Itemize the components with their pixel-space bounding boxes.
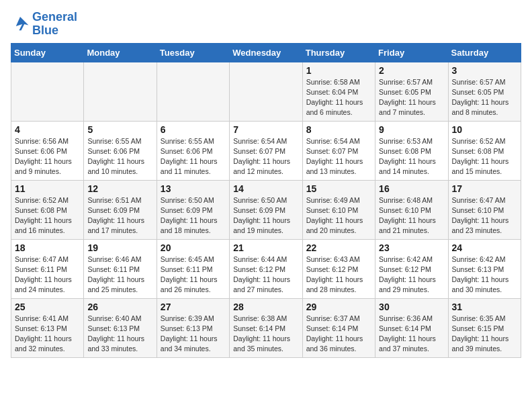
calendar-cell: 17Sunrise: 6:47 AMSunset: 6:10 PMDayligh… bbox=[448, 180, 521, 239]
day-info: Sunrise: 6:58 AMSunset: 6:04 PMDaylight:… bbox=[306, 77, 371, 118]
calendar-cell bbox=[157, 62, 229, 121]
calendar-cell: 11Sunrise: 6:52 AMSunset: 6:08 PMDayligh… bbox=[11, 180, 84, 239]
day-info: Sunrise: 6:52 AMSunset: 6:08 PMDaylight:… bbox=[452, 136, 517, 177]
calendar-cell: 31Sunrise: 6:35 AMSunset: 6:15 PMDayligh… bbox=[448, 298, 521, 357]
day-number: 30 bbox=[379, 302, 444, 312]
calendar-cell bbox=[11, 62, 84, 121]
day-info: Sunrise: 6:42 AMSunset: 6:13 PMDaylight:… bbox=[452, 255, 517, 295]
day-info: Sunrise: 6:45 AMSunset: 6:11 PMDaylight:… bbox=[161, 255, 226, 295]
day-number: 7 bbox=[233, 124, 298, 135]
calendar-cell bbox=[84, 62, 157, 121]
day-number: 18 bbox=[15, 242, 80, 253]
calendar-cell: 28Sunrise: 6:38 AMSunset: 6:14 PMDayligh… bbox=[230, 298, 302, 357]
day-header-wednesday: Wednesday bbox=[230, 43, 302, 62]
day-number: 11 bbox=[15, 183, 80, 194]
calendar-cell: 7Sunrise: 6:54 AMSunset: 6:07 PMDaylight… bbox=[230, 121, 302, 180]
day-info: Sunrise: 6:38 AMSunset: 6:14 PMDaylight:… bbox=[233, 314, 298, 355]
day-info: Sunrise: 6:50 AMSunset: 6:09 PMDaylight:… bbox=[233, 195, 298, 236]
day-info: Sunrise: 6:42 AMSunset: 6:12 PMDaylight:… bbox=[379, 255, 444, 295]
day-info: Sunrise: 6:35 AMSunset: 6:15 PMDaylight:… bbox=[452, 314, 517, 355]
calendar-cell: 24Sunrise: 6:42 AMSunset: 6:13 PMDayligh… bbox=[448, 239, 521, 298]
day-number: 19 bbox=[87, 242, 152, 253]
day-info: Sunrise: 6:57 AMSunset: 6:05 PMDaylight:… bbox=[452, 77, 517, 118]
calendar-cell bbox=[230, 62, 302, 121]
calendar-cell: 3Sunrise: 6:57 AMSunset: 6:05 PMDaylight… bbox=[448, 62, 521, 121]
day-info: Sunrise: 6:52 AMSunset: 6:08 PMDaylight:… bbox=[15, 195, 80, 236]
day-number: 20 bbox=[161, 242, 226, 253]
day-number: 31 bbox=[452, 302, 517, 312]
calendar-cell: 25Sunrise: 6:41 AMSunset: 6:13 PMDayligh… bbox=[11, 298, 84, 357]
calendar-cell: 16Sunrise: 6:48 AMSunset: 6:10 PMDayligh… bbox=[375, 180, 448, 239]
calendar-cell: 22Sunrise: 6:43 AMSunset: 6:12 PMDayligh… bbox=[302, 239, 375, 298]
day-number: 25 bbox=[15, 302, 80, 312]
day-number: 21 bbox=[233, 242, 298, 253]
calendar-cell: 29Sunrise: 6:37 AMSunset: 6:14 PMDayligh… bbox=[302, 298, 375, 357]
day-number: 23 bbox=[379, 242, 444, 253]
day-number: 13 bbox=[161, 183, 226, 194]
day-info: Sunrise: 6:56 AMSunset: 6:06 PMDaylight:… bbox=[15, 136, 80, 177]
day-info: Sunrise: 6:57 AMSunset: 6:05 PMDaylight:… bbox=[379, 77, 444, 118]
day-number: 3 bbox=[452, 65, 517, 76]
day-number: 15 bbox=[306, 183, 371, 194]
logo-icon bbox=[11, 15, 30, 34]
calendar-week-row: 25Sunrise: 6:41 AMSunset: 6:13 PMDayligh… bbox=[11, 298, 521, 357]
calendar-week-row: 4Sunrise: 6:56 AMSunset: 6:06 PMDaylight… bbox=[11, 121, 521, 180]
day-info: Sunrise: 6:44 AMSunset: 6:12 PMDaylight:… bbox=[233, 255, 298, 295]
day-number: 4 bbox=[15, 124, 80, 135]
day-info: Sunrise: 6:55 AMSunset: 6:06 PMDaylight:… bbox=[87, 136, 152, 177]
calendar-cell: 30Sunrise: 6:36 AMSunset: 6:14 PMDayligh… bbox=[375, 298, 448, 357]
day-info: Sunrise: 6:50 AMSunset: 6:09 PMDaylight:… bbox=[161, 195, 226, 236]
day-number: 6 bbox=[161, 124, 226, 135]
calendar-cell: 10Sunrise: 6:52 AMSunset: 6:08 PMDayligh… bbox=[448, 121, 521, 180]
calendar-cell: 14Sunrise: 6:50 AMSunset: 6:09 PMDayligh… bbox=[230, 180, 302, 239]
day-number: 2 bbox=[379, 65, 444, 76]
calendar-cell: 13Sunrise: 6:50 AMSunset: 6:09 PMDayligh… bbox=[157, 180, 229, 239]
day-info: Sunrise: 6:48 AMSunset: 6:10 PMDaylight:… bbox=[379, 195, 444, 236]
calendar-cell: 15Sunrise: 6:49 AMSunset: 6:10 PMDayligh… bbox=[302, 180, 375, 239]
day-number: 10 bbox=[452, 124, 517, 135]
day-number: 8 bbox=[306, 124, 371, 135]
day-number: 9 bbox=[379, 124, 444, 135]
day-header-sunday: Sunday bbox=[11, 43, 84, 62]
calendar-cell: 23Sunrise: 6:42 AMSunset: 6:12 PMDayligh… bbox=[375, 239, 448, 298]
logo: General Blue bbox=[11, 11, 77, 38]
calendar-header-row: SundayMondayTuesdayWednesdayThursdayFrid… bbox=[11, 43, 521, 62]
day-number: 24 bbox=[452, 242, 517, 253]
day-info: Sunrise: 6:43 AMSunset: 6:12 PMDaylight:… bbox=[306, 255, 371, 295]
day-number: 29 bbox=[306, 302, 371, 312]
day-info: Sunrise: 6:41 AMSunset: 6:13 PMDaylight:… bbox=[15, 314, 80, 355]
calendar-cell: 19Sunrise: 6:46 AMSunset: 6:11 PMDayligh… bbox=[84, 239, 157, 298]
day-header-saturday: Saturday bbox=[448, 43, 521, 62]
day-info: Sunrise: 6:39 AMSunset: 6:13 PMDaylight:… bbox=[161, 314, 226, 355]
day-info: Sunrise: 6:37 AMSunset: 6:14 PMDaylight:… bbox=[306, 314, 371, 355]
calendar-cell: 2Sunrise: 6:57 AMSunset: 6:05 PMDaylight… bbox=[375, 62, 448, 121]
day-info: Sunrise: 6:55 AMSunset: 6:06 PMDaylight:… bbox=[161, 136, 226, 177]
day-number: 17 bbox=[452, 183, 517, 194]
day-number: 12 bbox=[87, 183, 152, 194]
calendar-cell: 6Sunrise: 6:55 AMSunset: 6:06 PMDaylight… bbox=[157, 121, 229, 180]
day-number: 22 bbox=[306, 242, 371, 253]
day-info: Sunrise: 6:54 AMSunset: 6:07 PMDaylight:… bbox=[306, 136, 371, 177]
calendar-week-row: 1Sunrise: 6:58 AMSunset: 6:04 PMDaylight… bbox=[11, 62, 521, 121]
calendar-cell: 8Sunrise: 6:54 AMSunset: 6:07 PMDaylight… bbox=[302, 121, 375, 180]
svg-marker-0 bbox=[16, 17, 29, 30]
day-info: Sunrise: 6:49 AMSunset: 6:10 PMDaylight:… bbox=[306, 195, 371, 236]
calendar-cell: 12Sunrise: 6:51 AMSunset: 6:09 PMDayligh… bbox=[84, 180, 157, 239]
day-info: Sunrise: 6:51 AMSunset: 6:09 PMDaylight:… bbox=[87, 195, 152, 236]
day-info: Sunrise: 6:36 AMSunset: 6:14 PMDaylight:… bbox=[379, 314, 444, 355]
calendar-cell: 5Sunrise: 6:55 AMSunset: 6:06 PMDaylight… bbox=[84, 121, 157, 180]
day-header-friday: Friday bbox=[375, 43, 448, 62]
day-info: Sunrise: 6:46 AMSunset: 6:11 PMDaylight:… bbox=[87, 255, 152, 295]
day-header-tuesday: Tuesday bbox=[157, 43, 229, 62]
day-header-thursday: Thursday bbox=[302, 43, 375, 62]
day-number: 14 bbox=[233, 183, 298, 194]
calendar-table: SundayMondayTuesdayWednesdayThursdayFrid… bbox=[11, 43, 521, 358]
day-number: 5 bbox=[87, 124, 152, 135]
day-info: Sunrise: 6:40 AMSunset: 6:13 PMDaylight:… bbox=[87, 314, 152, 355]
calendar-week-row: 11Sunrise: 6:52 AMSunset: 6:08 PMDayligh… bbox=[11, 180, 521, 239]
day-info: Sunrise: 6:54 AMSunset: 6:07 PMDaylight:… bbox=[233, 136, 298, 177]
day-number: 28 bbox=[233, 302, 298, 312]
day-info: Sunrise: 6:47 AMSunset: 6:11 PMDaylight:… bbox=[15, 255, 80, 295]
day-number: 1 bbox=[306, 65, 371, 76]
calendar-cell: 4Sunrise: 6:56 AMSunset: 6:06 PMDaylight… bbox=[11, 121, 84, 180]
